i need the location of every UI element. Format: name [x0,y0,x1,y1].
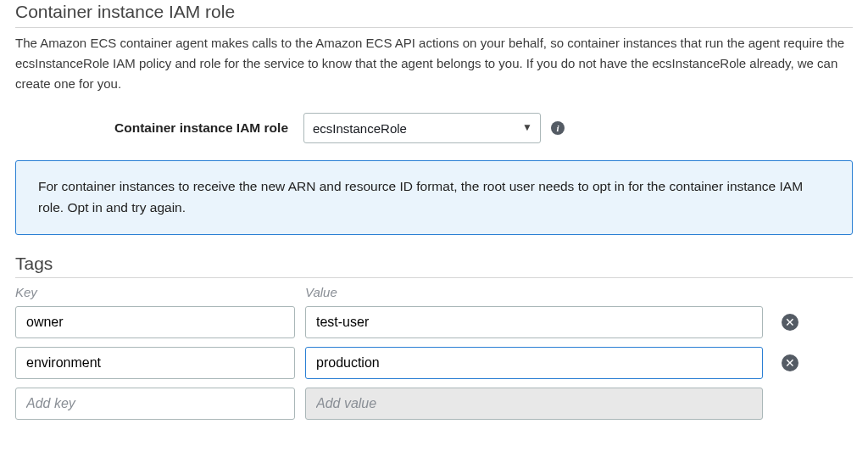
iam-role-section-description: The Amazon ECS container agent makes cal… [15,33,853,94]
tag-key-input[interactable] [15,306,295,338]
tag-row: ✕ [15,347,853,379]
iam-role-field-label: Container instance IAM role [15,120,303,136]
iam-role-form-row: Container instance IAM role ecsInstanceR… [15,113,853,143]
tags-value-header: Value [305,285,337,299]
tags-section-title: Tags [15,254,853,278]
iam-role-section-title: Container instance IAM role [15,2,853,28]
tag-row-add [15,388,853,420]
tag-value-input[interactable] [305,347,763,379]
tags-header-row: Key Value [15,282,853,306]
add-tag-key-input[interactable] [15,388,295,420]
remove-tag-icon[interactable]: ✕ [782,314,798,331]
iam-role-select[interactable]: ecsInstanceRole [303,113,541,143]
tag-key-input[interactable] [15,347,295,379]
iam-role-select-value: ecsInstanceRole [313,121,407,136]
tag-value-input[interactable] [305,306,763,338]
remove-tag-icon[interactable]: ✕ [782,354,798,371]
iam-role-alert: For container instances to receive the n… [15,160,853,235]
info-icon[interactable]: i [551,121,565,135]
tag-row: ✕ [15,306,853,338]
iam-role-alert-text: For container instances to receive the n… [38,179,803,215]
tags-key-header: Key [15,285,37,299]
add-tag-value-input [305,388,763,420]
